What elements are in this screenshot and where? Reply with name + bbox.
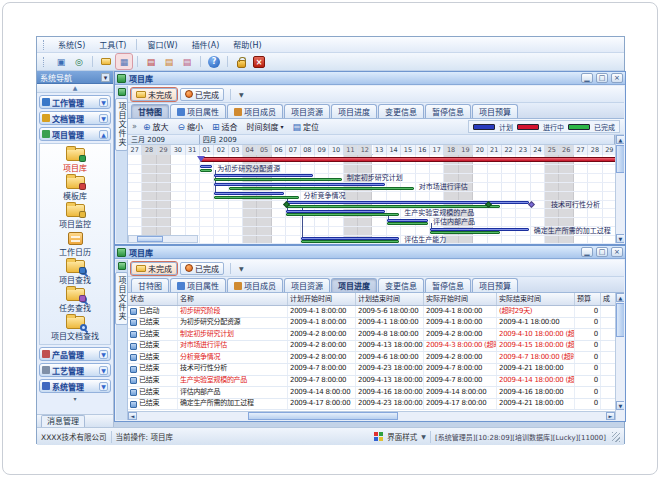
gantt-bar-actual[interactable]	[200, 169, 212, 172]
gantt-bar-summary[interactable]	[200, 157, 615, 162]
gantt-bar-plan[interactable]	[200, 165, 212, 168]
table-vertical-scrollbar[interactable]: ▲ ▼	[615, 293, 624, 420]
gantt-window-titlebar[interactable]: 项目库 ▁ □ ×	[115, 72, 625, 85]
filter-more-button[interactable]: ▼	[239, 91, 244, 98]
tab-项目预算[interactable]: 项目预算	[472, 278, 518, 292]
filter-more-button[interactable]: ▼	[239, 265, 244, 272]
exit-icon[interactable]: ×	[251, 54, 267, 69]
tool-适合[interactable]: ⊞适合	[209, 120, 241, 133]
sidebar-group-2[interactable]: 文档管理▼	[39, 111, 111, 125]
filter-未完成[interactable]: 未完成	[131, 88, 177, 101]
scroll-down-arrow[interactable]: ▼	[616, 234, 624, 243]
tab-项目成员[interactable]: 项目成员	[227, 278, 283, 292]
tab-message-management[interactable]: 消息管理	[41, 415, 85, 427]
scroll-up-arrow[interactable]: ▲	[616, 293, 624, 302]
sidebar-item-4[interactable]: 工作日历	[40, 231, 110, 258]
gantt-bar-plan[interactable]	[214, 183, 385, 186]
tab-项目资源[interactable]: 项目资源	[284, 104, 330, 118]
tool-定位[interactable]: ▤定位	[290, 120, 323, 133]
gantt-bar-actual[interactable]	[286, 213, 399, 216]
sidebar-item-7[interactable]: 项目文档查找	[40, 315, 110, 342]
gantt-bar-plan[interactable]	[286, 201, 529, 204]
tab-项目成员[interactable]: 项目成员	[227, 104, 283, 118]
column-header-成[interactable]: 成	[601, 293, 615, 305]
chevron-down-icon[interactable]: ▼	[99, 114, 108, 123]
gantt-bar-actual[interactable]	[214, 178, 341, 181]
close-button[interactable]: ×	[611, 73, 623, 83]
scrollbar-thumb[interactable]	[248, 412, 398, 420]
table-row[interactable]: 已结束确定生产所需的加工过程2009-4-17 8:00:002009-4-23…	[128, 399, 615, 411]
sidebar-collapse-button[interactable]: ▲	[37, 84, 113, 93]
pin-icon[interactable]: ▾	[101, 73, 110, 82]
table-row[interactable]: 已结束评估内部产品2009-4-14 8:00:002009-4-16 18:0…	[128, 387, 615, 399]
filter-已完成[interactable]: 已完成	[180, 262, 224, 275]
lock-icon[interactable]	[233, 54, 249, 69]
sidebar-item-6[interactable]: 任务查找	[40, 287, 110, 314]
table-row[interactable]: 已结束对市场进行评估2009-4-2 8:00:002009-4-13 18:0…	[128, 341, 615, 353]
column-header-预算[interactable]: 预算	[575, 293, 601, 305]
column-header-计划开始时间[interactable]: 计划开始时间	[288, 293, 356, 305]
tab-甘特图[interactable]: 甘特图	[131, 104, 169, 118]
tab-项目资源[interactable]: 项目资源	[284, 278, 330, 292]
tab-项目属性[interactable]: 项目属性	[170, 278, 226, 292]
chevron-down-icon[interactable]: ▼	[99, 382, 108, 391]
scroll-right-arrow[interactable]: ►	[606, 412, 615, 420]
table-row[interactable]: 已结束技术可行性分析2009-4-7 8:00:002009-4-23 18:0…	[128, 364, 615, 376]
folder-icon[interactable]	[98, 54, 114, 69]
gantt-bar-plan[interactable]	[214, 174, 313, 177]
sidebar-group-6[interactable]: 系统管理▼	[39, 379, 111, 393]
menu-item-5[interactable]: 帮助(H)	[226, 38, 268, 51]
menubar-grip[interactable]	[43, 40, 46, 50]
menu-item-1[interactable]: 系统(S)	[51, 38, 92, 51]
toolbar-grip[interactable]	[43, 57, 46, 67]
table-window-titlebar[interactable]: 项目库 ▁ □ ×	[115, 246, 625, 259]
scroll-down-arrow[interactable]: ▼	[616, 401, 624, 410]
table-row[interactable]: 已结束为初步研究分配资源2009-4-1 8:00:002009-4-1 18:…	[128, 318, 615, 330]
minimize-button[interactable]: ▁	[581, 247, 593, 257]
sidebar-item-5[interactable]: 项目查找	[40, 259, 110, 286]
gantt-bar-actual[interactable]	[301, 240, 400, 243]
tool-放大[interactable]: ⊕放大	[140, 120, 172, 133]
sidebar-group-5[interactable]: 工艺管理▼	[39, 363, 111, 377]
table-row[interactable]: 已结束分析竞争情况2009-4-2 8:00:002009-4-6 18:00:…	[128, 352, 615, 364]
globe-icon[interactable]: ◎	[71, 54, 87, 69]
chevron-down-icon[interactable]: ▼	[421, 433, 426, 440]
column-header-状态[interactable]: 状态	[128, 293, 178, 305]
gantt-bar-plan[interactable]	[214, 192, 284, 195]
scrollbar-thumb[interactable]	[616, 303, 624, 337]
tool-缩小[interactable]: ⊖缩小	[174, 120, 206, 133]
resize-grip[interactable]	[612, 432, 620, 442]
table-row[interactable]: 已结束生产实验室规模的产品2009-4-7 8:00:002009-4-13 1…	[128, 376, 615, 388]
tab-项目属性[interactable]: 项目属性	[170, 104, 226, 118]
gantt-bar-actual[interactable]	[430, 231, 500, 234]
sidebar-group-4[interactable]: 产品管理▼	[39, 347, 111, 361]
sidebar-item-1[interactable]: 项目库	[40, 147, 110, 174]
column-header-实际开始时间[interactable]: 实际开始时间	[424, 293, 497, 305]
report-pink-icon[interactable]: ▤	[179, 54, 195, 69]
chevron-down-icon[interactable]: ▼	[99, 350, 108, 359]
close-button[interactable]: ×	[611, 247, 623, 257]
column-header-实际结束时间[interactable]: 实际结束时间	[497, 293, 575, 305]
table-row[interactable]: 已结束制定初步研究计划2009-4-2 8:00:002009-4-8 18:0…	[128, 329, 615, 341]
menu-item-4[interactable]: 插件(A)	[185, 38, 227, 51]
tab-暂停信息[interactable]: 暂停信息	[425, 278, 471, 292]
chevron-down-icon[interactable]: ▼	[99, 366, 108, 375]
computer-icon[interactable]: ▣	[53, 54, 69, 69]
sidebar-group-1[interactable]: 工作管理▼	[39, 95, 111, 109]
column-header-计划结束时间[interactable]: 计划结束时间	[356, 293, 424, 305]
column-header-名称[interactable]: 名称	[178, 293, 288, 305]
sidebar-group-3[interactable]: 项目管理▲	[39, 127, 111, 141]
report-red-icon[interactable]: ▤	[143, 54, 159, 69]
filter-已完成[interactable]: 已完成	[180, 88, 224, 101]
gantt-vertical-scrollbar[interactable]: ▲ ▼	[615, 135, 624, 243]
sidebar-item-3[interactable]: 项目监控	[40, 203, 110, 230]
tab-项目进度[interactable]: 项目进度	[331, 104, 377, 118]
scroll-up-arrow[interactable]: ▲	[616, 135, 624, 144]
menu-item-2[interactable]: 工具(T)	[92, 38, 133, 51]
report-orange-icon[interactable]: ▤	[161, 54, 177, 69]
table-horizontal-scrollbar[interactable]: ◄ ►	[128, 411, 615, 420]
sidebar-more-button[interactable]: ▾	[39, 395, 111, 403]
chevron-up-icon[interactable]: ▲	[99, 130, 108, 139]
overflow-chevron-icon[interactable]: »	[132, 122, 137, 131]
tab-暂停信息[interactable]: 暂停信息	[425, 104, 471, 118]
